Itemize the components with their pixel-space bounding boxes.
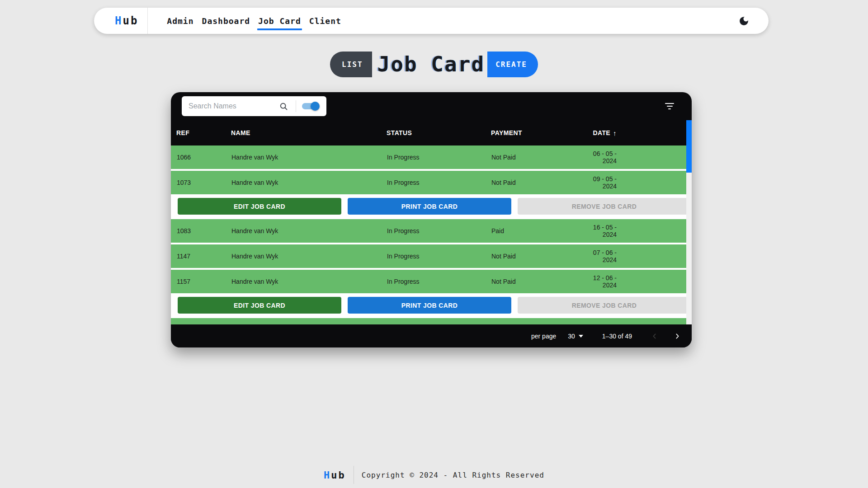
cell-date: 07 - 06 - 2024: [592, 249, 692, 263]
toggle-thumb: [311, 102, 320, 111]
app-logo[interactable]: Hub: [115, 14, 138, 27]
top-navbar: Hub Admin Dashboard Job Card Client: [94, 8, 769, 34]
search-toggle-switch[interactable]: [302, 103, 318, 109]
app-logo-accent: H: [115, 14, 123, 27]
site-footer: Hub Copyright © 2024 - All Rights Reserv…: [0, 466, 868, 484]
cell-ref: 1073: [171, 179, 226, 186]
row-actions: EDIT JOB CARDPRINT JOB CARDREMOVE JOB CA…: [171, 196, 692, 219]
per-page-select[interactable]: 30: [568, 333, 583, 340]
cell-status: In Progress: [381, 154, 486, 161]
cell-ref: 1147: [171, 253, 226, 260]
page-title: Job Card: [372, 52, 488, 76]
column-header-date-label: DATE: [593, 129, 610, 136]
footer-logo-accent: H: [324, 469, 331, 481]
cell-payment: Not Paid: [486, 179, 592, 186]
next-page-button[interactable]: [672, 331, 683, 342]
chevron-down-icon: [579, 335, 583, 338]
column-header-date[interactable]: DATE ↑: [592, 129, 692, 137]
edit-job-card-button[interactable]: EDIT JOB CARD: [178, 198, 341, 215]
page-header: LIST Job Card CREATE: [0, 51, 868, 77]
nav-item-admin[interactable]: Admin: [166, 8, 194, 34]
cell-status: In Progress: [381, 227, 486, 235]
cell-name: Handre van Wyk: [226, 253, 381, 260]
cell-status: In Progress: [381, 278, 486, 285]
cell-payment: Paid: [486, 227, 592, 235]
footer-logo-rest: ub: [331, 469, 346, 481]
column-header-status[interactable]: STATUS: [381, 129, 486, 136]
search-icon[interactable]: [279, 102, 288, 111]
cell-date: 12 - 06 - 2024: [592, 274, 692, 289]
previous-page-button[interactable]: [649, 331, 660, 342]
footer-logo: Hub: [324, 469, 346, 481]
filter-icon: [665, 103, 674, 109]
cell-payment: Not Paid: [486, 154, 592, 161]
cell-date: 09 - 05 - 2024: [592, 175, 692, 190]
cell-date: 16 - 05 - 2024: [592, 224, 692, 238]
print-job-card-button[interactable]: PRINT JOB CARD: [348, 297, 511, 314]
table-row[interactable]: 1157Handre van WykIn ProgressNot Paid12 …: [171, 270, 692, 295]
column-header-name[interactable]: NAME: [226, 129, 381, 136]
search-divider: [296, 100, 296, 112]
nav-item-job-card[interactable]: Job Card: [257, 8, 302, 34]
cell-name: Handre van Wyk: [226, 154, 381, 161]
table-header-row: REF NAME STATUS PAYMENT DATE ↑: [171, 120, 692, 145]
list-button[interactable]: LIST: [330, 52, 372, 77]
remove-job-card-button[interactable]: REMOVE JOB CARD: [518, 297, 691, 314]
create-button[interactable]: CREATE: [487, 52, 538, 77]
table-row-partial[interactable]: [171, 318, 692, 324]
nav-item-dashboard[interactable]: Dashboard: [201, 8, 251, 34]
cell-ref: 1083: [171, 227, 226, 235]
table-pagination-bar: per page 30 1–30 of 49: [171, 324, 692, 347]
table-row[interactable]: 1147Handre van WykIn ProgressNot Paid07 …: [171, 244, 692, 270]
sort-asc-icon: ↑: [613, 129, 617, 137]
cell-name: Handre van Wyk: [226, 227, 381, 235]
cell-payment: Not Paid: [486, 278, 592, 285]
chevron-left-icon: [651, 333, 658, 340]
table-toolbar: [171, 92, 692, 120]
nav-item-client[interactable]: Client: [308, 8, 342, 34]
per-page-label: per page: [531, 333, 556, 340]
table-row[interactable]: 1073Handre van WykIn ProgressNot Paid09 …: [171, 171, 692, 196]
copyright-text: Copyright © 2024 - All Rights Reserved: [362, 471, 544, 479]
column-header-payment[interactable]: PAYMENT: [486, 129, 592, 136]
cell-date: 06 - 05 - 2024: [592, 150, 692, 164]
app-logo-rest: ub: [123, 14, 138, 27]
job-card-table-card: REF NAME STATUS PAYMENT DATE ↑ 1066Handr…: [171, 92, 692, 347]
chevron-right-icon: [674, 333, 681, 340]
theme-toggle-button[interactable]: [736, 13, 751, 28]
cell-ref: 1066: [171, 154, 226, 161]
search-box: [182, 96, 326, 116]
footer-divider: [354, 466, 354, 484]
cell-payment: Not Paid: [486, 253, 592, 260]
cell-status: In Progress: [381, 179, 486, 186]
scrollbar-thumb[interactable]: [686, 120, 692, 173]
remove-job-card-button[interactable]: REMOVE JOB CARD: [518, 198, 691, 215]
table-scrollbar[interactable]: [686, 120, 692, 324]
filter-button[interactable]: [662, 100, 677, 112]
cell-status: In Progress: [381, 253, 486, 260]
table-row[interactable]: 1066Handre van WykIn ProgressNot Paid06 …: [171, 145, 692, 171]
navbar-items: Admin Dashboard Job Card Client: [166, 8, 342, 34]
cell-name: Handre van Wyk: [226, 278, 381, 285]
search-input[interactable]: [188, 102, 277, 111]
cell-name: Handre van Wyk: [226, 179, 381, 186]
column-header-ref[interactable]: REF: [171, 129, 226, 136]
navbar-divider: [147, 8, 148, 34]
pagination-range: 1–30 of 49: [602, 333, 632, 340]
row-actions: EDIT JOB CARDPRINT JOB CARDREMOVE JOB CA…: [171, 295, 692, 318]
table-row[interactable]: 1083Handre van WykIn ProgressPaid16 - 05…: [171, 219, 692, 244]
per-page-value: 30: [568, 333, 575, 340]
edit-job-card-button[interactable]: EDIT JOB CARD: [178, 297, 341, 314]
table-body: 1066Handre van WykIn ProgressNot Paid06 …: [171, 145, 692, 324]
cell-ref: 1157: [171, 278, 226, 285]
print-job-card-button[interactable]: PRINT JOB CARD: [348, 198, 511, 215]
moon-icon: [738, 15, 750, 27]
